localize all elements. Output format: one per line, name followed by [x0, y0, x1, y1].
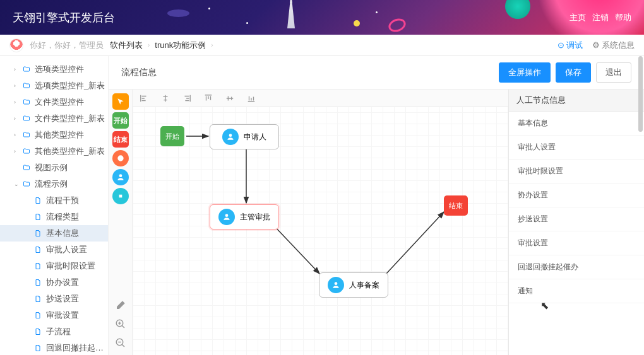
svg-point-10	[225, 214, 229, 217]
flow-applicant-node[interactable]: 申请人	[210, 124, 279, 149]
header-nav: 主页 注销 帮助	[569, 12, 631, 23]
tree-label: 审批时限设置	[46, 260, 95, 272]
chevron-right-icon: ›	[148, 42, 150, 49]
chevron-icon: ›	[14, 66, 21, 73]
tree-item-16[interactable]: 子流程	[0, 323, 108, 340]
flow-connections	[133, 90, 508, 355]
flow-end-node[interactable]: 结束	[444, 195, 468, 216]
zoom-out-tool[interactable]	[112, 335, 129, 351]
tree-label: 选项类型控件_新表	[35, 80, 105, 91]
property-tab-2[interactable]: 审批时限设置	[509, 160, 644, 183]
tree-item-0[interactable]: ›选项类型控件	[0, 61, 108, 78]
logout-link[interactable]: 注销	[592, 12, 609, 23]
folder-icon	[21, 163, 32, 172]
scrollbar[interactable]	[638, 56, 643, 132]
breadcrumb-bar: 你好，你好，管理员 软件列表 › trunk功能示例 › 调试 系统信息	[0, 35, 644, 56]
decoration-blimp	[167, 9, 189, 17]
palette-timer-node[interactable]	[112, 150, 129, 166]
tree-item-2[interactable]: ›文件类型控件	[0, 94, 108, 110]
save-button[interactable]: 保存	[556, 62, 591, 83]
folder-icon	[21, 81, 32, 90]
align-center-h-button[interactable]	[160, 93, 170, 103]
align-bottom-button[interactable]	[246, 93, 256, 103]
tree-label: 选项类型控件	[35, 64, 84, 75]
exit-button[interactable]: 退出	[596, 62, 631, 83]
user-icon	[218, 209, 235, 225]
file-icon	[33, 262, 43, 271]
app-header: 天翎引擎式开发后台 主页 注销 帮助	[0, 0, 644, 35]
user-avatar-icon[interactable]	[9, 38, 23, 52]
node-palette: 开始 结束	[109, 90, 133, 355]
file-icon	[33, 196, 43, 205]
flow-start-node[interactable]: 开始	[160, 126, 184, 146]
page-title: 流程信息	[121, 67, 157, 78]
chevron-icon: ›	[14, 83, 21, 89]
help-link[interactable]: 帮助	[615, 12, 631, 23]
tree-item-4[interactable]: ›其他类型控件	[0, 127, 108, 143]
file-icon	[33, 212, 43, 221]
file-icon	[33, 344, 43, 352]
palette-start-node[interactable]: 开始	[112, 112, 129, 129]
tree-label: 文件类型控件	[35, 96, 84, 108]
file-icon	[33, 327, 43, 336]
breadcrumb: 软件列表 › trunk功能示例 ›	[110, 40, 213, 51]
tree-item-14[interactable]: 抄送设置	[0, 291, 108, 307]
palette-gateway-node[interactable]	[112, 188, 129, 204]
tree-item-1[interactable]: ›选项类型控件_新表	[0, 78, 108, 94]
align-middle-button[interactable]	[225, 93, 235, 103]
tree-item-12[interactable]: 审批时限设置	[0, 258, 108, 274]
file-icon	[33, 229, 43, 238]
tree-label: 审批人设置	[46, 244, 87, 255]
property-tab-1[interactable]: 审批人设置	[509, 136, 644, 160]
home-link[interactable]: 主页	[569, 12, 586, 23]
eraser-tool[interactable]	[112, 297, 129, 313]
flow-canvas[interactable]: 开始 申请人 主管审批	[133, 90, 508, 355]
align-toolbar	[133, 90, 508, 107]
flow-hr-node[interactable]: 人事备案	[319, 272, 388, 298]
fullscreen-button[interactable]: 全屏操作	[499, 62, 551, 83]
tree-item-5[interactable]: ›其他类型控件_新表	[0, 143, 108, 160]
tree-label: 抄送设置	[46, 293, 79, 305]
property-tab-5[interactable]: 审批设置	[509, 231, 644, 255]
zoom-in-tool[interactable]	[112, 316, 129, 332]
property-tab-7[interactable]: 通知	[509, 279, 644, 303]
property-tab-3[interactable]: 协办设置	[509, 183, 644, 207]
palette-end-node[interactable]: 结束	[112, 131, 129, 148]
tree-label: 回退回撤挂起催办	[46, 342, 108, 354]
tree-item-10[interactable]: 基本信息	[0, 225, 108, 242]
palette-user-node[interactable]	[112, 169, 129, 185]
tree-item-6[interactable]: 视图示例	[0, 160, 108, 176]
chevron-right-icon: ›	[211, 42, 213, 49]
user-icon	[222, 129, 239, 145]
tree-item-7[interactable]: ⌄流程示例	[0, 176, 108, 192]
chevron-icon: ›	[14, 115, 21, 122]
flow-supervisor-node[interactable]: 主管审批	[210, 204, 279, 230]
align-top-button[interactable]	[203, 93, 213, 103]
align-left-button[interactable]	[139, 93, 149, 103]
app-title: 天翎引擎式开发后台	[13, 10, 115, 25]
breadcrumb-trunk-demo[interactable]: trunk功能示例	[155, 40, 206, 51]
breadcrumb-software-list[interactable]: 软件列表	[110, 40, 143, 51]
panel-header: 人工节点信息	[509, 90, 644, 112]
property-tab-0[interactable]: 基本信息	[509, 112, 644, 136]
sidebar-tree[interactable]: ›选项类型控件›选项类型控件_新表›文件类型控件›文件类型控件_新表›其他类型控…	[0, 56, 109, 355]
folder-icon	[21, 98, 32, 107]
debug-link[interactable]: 调试	[558, 40, 583, 51]
tree-item-17[interactable]: 回退回撤挂起催办	[0, 340, 108, 355]
sysinfo-link[interactable]: 系统信息	[592, 40, 635, 51]
tree-item-15[interactable]: 审批设置	[0, 307, 108, 323]
property-tab-6[interactable]: 回退回撤挂起催办	[509, 255, 644, 279]
tree-item-3[interactable]: ›文件类型控件_新表	[0, 110, 108, 127]
chevron-icon: ›	[14, 148, 21, 154]
align-right-button[interactable]	[182, 93, 192, 103]
svg-point-9	[229, 134, 232, 137]
file-icon	[33, 245, 43, 254]
tree-item-8[interactable]: 流程干预	[0, 192, 108, 209]
palette-pointer[interactable]	[112, 93, 129, 110]
property-tab-4[interactable]: 抄送设置	[509, 207, 644, 231]
tree-item-9[interactable]: 流程类型	[0, 209, 108, 225]
tree-item-13[interactable]: 协办设置	[0, 274, 108, 291]
folder-icon	[21, 65, 32, 74]
tree-label: 流程示例	[35, 178, 68, 190]
tree-item-11[interactable]: 审批人设置	[0, 242, 108, 258]
